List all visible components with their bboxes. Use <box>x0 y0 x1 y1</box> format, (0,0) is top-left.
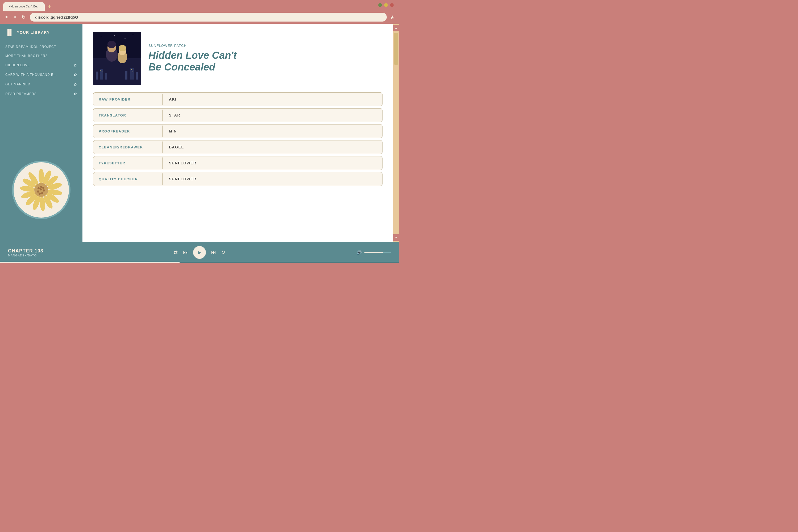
forward-button[interactable]: > <box>13 14 18 20</box>
bookmark-button[interactable]: ★ <box>390 14 395 20</box>
sidebar-item-label: CARP WITH A THOUSAND E... <box>5 73 57 77</box>
credit-role-label: QUALITY CHECKER <box>93 173 163 185</box>
window-controls <box>378 3 394 7</box>
minimize-button[interactable] <box>378 3 382 7</box>
svg-rect-37 <box>100 69 103 79</box>
scroll-down-button[interactable]: ▼ <box>393 234 399 241</box>
flower-icon: ✿ <box>74 73 77 77</box>
credit-name-value: SUNFLOWER <box>163 173 203 185</box>
sidebar-item-get-married[interactable]: GET MARRIED ✿ <box>0 79 82 89</box>
flower-icon: ✿ <box>74 63 77 67</box>
svg-point-22 <box>40 188 42 190</box>
svg-point-26 <box>101 37 101 38</box>
svg-point-16 <box>42 187 44 189</box>
manga-cover <box>93 32 141 85</box>
credit-role-label: TYPESETTER <box>93 157 163 169</box>
previous-button[interactable]: ⏮ <box>183 250 188 255</box>
main-content: SUNFLOWER PATCH Hidden Love Can't Be Con… <box>82 24 393 242</box>
svg-point-17 <box>43 189 45 191</box>
credit-role-label: TRANSLATOR <box>93 110 163 121</box>
credit-row-translator: TRANSLATOR STAR <box>93 108 382 122</box>
svg-point-20 <box>37 190 39 193</box>
svg-rect-41 <box>136 72 138 79</box>
svg-rect-42 <box>100 70 101 71</box>
progress-bar[interactable] <box>0 262 399 263</box>
volume-bar[interactable] <box>364 252 391 253</box>
svg-point-15 <box>40 186 42 188</box>
chapter-title: CHAPTER 103 <box>8 248 43 254</box>
new-tab-button[interactable]: + <box>48 3 51 10</box>
credit-row-cleaner: CLEANER/REDRAWER BAGEL <box>93 140 382 154</box>
shuffle-button[interactable]: ⇄ <box>174 249 178 255</box>
chapter-source: MANGADEX/BATO <box>8 254 43 257</box>
sidebar-item-label: STAR DREAM IDOL PROJECT <box>5 45 56 49</box>
library-icon: ▐▌ <box>5 29 14 36</box>
credit-row-proofreader: PROOFREADER MIN <box>93 124 382 138</box>
credit-name-value: AKI <box>163 93 183 105</box>
sidebar-item-label: HIDDEN LOVE <box>5 63 30 67</box>
credit-name-value: BAGEL <box>163 141 190 153</box>
svg-rect-39 <box>125 71 128 79</box>
sidebar: ▐▌ YOUR LIBRARY STAR DREAM IDOL PROJECT … <box>0 24 82 242</box>
manga-title: Hidden Love Can't Be Concealed <box>148 50 382 73</box>
volume-fill <box>364 252 383 253</box>
sidebar-item-label: DEAR DREAMERS <box>5 92 37 96</box>
address-bar-row: < > ↻ ★ <box>0 11 399 24</box>
sidebar-title: YOUR LIBRARY <box>17 30 50 35</box>
repeat-button[interactable]: ↻ <box>221 249 225 255</box>
credit-name-value: SUNFLOWER <box>163 157 203 169</box>
svg-rect-45 <box>132 72 133 72</box>
credit-row-raw-provider: RAW PROVIDER AKI <box>93 92 382 106</box>
flower-icon: ✿ <box>74 82 77 87</box>
sidebar-item-star-dream[interactable]: STAR DREAM IDOL PROJECT <box>0 42 82 51</box>
url-bar[interactable] <box>30 13 387 22</box>
scroll-thumb[interactable] <box>394 33 398 65</box>
active-tab[interactable]: Hidden Love Can't Be... <box>3 2 45 11</box>
scrollbar[interactable]: ▲ ▼ <box>393 24 399 242</box>
flower-icon: ✿ <box>74 92 77 96</box>
sidebar-list: STAR DREAM IDOL PROJECT MORE THAN BROTHE… <box>0 40 82 138</box>
svg-rect-44 <box>131 70 132 70</box>
sidebar-logo <box>0 138 82 242</box>
sidebar-item-dear-dreamers[interactable]: DEAR DREAMERS ✿ <box>0 89 82 99</box>
publisher-label: SUNFLOWER PATCH <box>148 44 382 48</box>
sidebar-item-label: MORE THAN BROTHERS <box>5 54 48 58</box>
refresh-button[interactable]: ↻ <box>20 14 26 21</box>
sidebar-item-more-than-brothers[interactable]: MORE THAN BROTHERS <box>0 51 82 60</box>
svg-point-28 <box>125 38 126 39</box>
volume-icon: 🔊 <box>357 250 362 255</box>
cover-art-svg <box>93 32 141 85</box>
player-controls: ⇄ ⏮ ▶ ⏭ ↻ <box>174 246 225 259</box>
progress-fill <box>0 262 179 263</box>
credits-table: RAW PROVIDER AKI TRANSLATOR STAR PROOFRE… <box>93 92 382 186</box>
back-button[interactable]: < <box>4 14 9 20</box>
play-button[interactable]: ▶ <box>193 246 206 259</box>
sidebar-item-carp[interactable]: CARP WITH A THOUSAND E... ✿ <box>0 70 82 79</box>
tab-bar: Hidden Love Can't Be... + <box>0 0 399 11</box>
sunflower-svg <box>20 169 62 211</box>
credit-name-value: MIN <box>163 125 183 137</box>
status-bar: ☰ ⌕ MAKE SURE TO SUPPORT THE ORIGINAL AR… <box>0 263 399 266</box>
credit-row-quality-checker: QUALITY CHECKER SUNFLOWER <box>93 172 382 186</box>
sidebar-item-label: GET MARRIED <box>5 82 30 86</box>
manga-info: SUNFLOWER PATCH Hidden Love Can't Be Con… <box>148 32 382 85</box>
maximize-button[interactable] <box>384 3 388 7</box>
svg-rect-43 <box>101 71 102 72</box>
svg-rect-38 <box>105 73 107 79</box>
tab-label: Hidden Love Can't Be... <box>8 5 39 8</box>
credit-row-typesetter: TYPESETTER SUNFLOWER <box>93 156 382 170</box>
svg-point-35 <box>119 45 126 51</box>
svg-point-18 <box>41 192 43 194</box>
close-button[interactable] <box>390 3 394 7</box>
credit-name-value: STAR <box>163 109 187 121</box>
sidebar-item-hidden-love[interactable]: HIDDEN LOVE ✿ <box>0 60 82 70</box>
scroll-up-button[interactable]: ▲ <box>393 25 399 31</box>
svg-point-29 <box>133 34 133 35</box>
svg-rect-36 <box>96 72 98 79</box>
next-button[interactable]: ⏭ <box>211 250 216 255</box>
player-bar: CHAPTER 103 MANGADEX/BATO ⇄ ⏮ ▶ ⏭ ↻ 🔊 <box>0 242 399 263</box>
sidebar-header: ▐▌ YOUR LIBRARY <box>0 24 82 40</box>
svg-point-21 <box>38 187 40 189</box>
credit-role-label: PROOFREADER <box>93 126 163 137</box>
credit-role-label: CLEANER/REDRAWER <box>93 141 163 153</box>
